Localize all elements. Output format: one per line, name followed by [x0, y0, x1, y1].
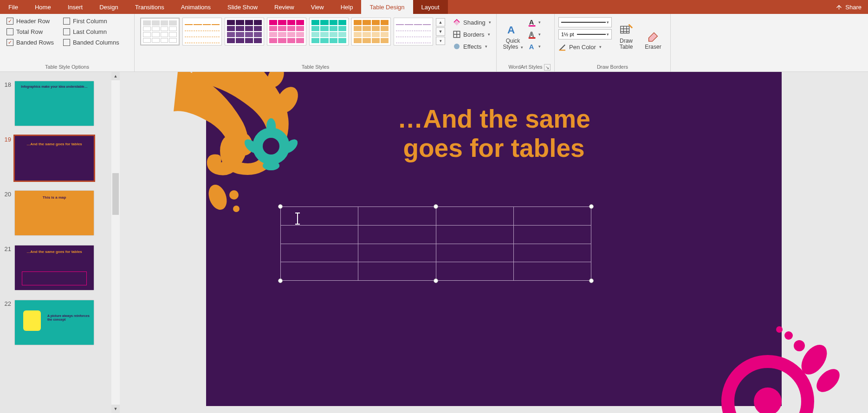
- paint-bucket-icon: [453, 18, 461, 26]
- slide-thumbnail-18[interactable]: Infographics make your idea understable…: [15, 81, 94, 126]
- menu-animations[interactable]: Animations: [173, 0, 219, 14]
- gallery-more[interactable]: ▾: [436, 37, 445, 45]
- table-style-7[interactable]: [394, 18, 433, 45]
- table-style-3[interactable]: [225, 18, 264, 45]
- menu-view[interactable]: View: [303, 0, 332, 14]
- caret-down-icon: ▾: [485, 44, 487, 49]
- draw-table-icon: [619, 23, 633, 37]
- menu-transitions[interactable]: Transitions: [127, 0, 173, 14]
- opt-banded-columns[interactable]: Banded Columns: [63, 39, 119, 46]
- checkbox-icon: [63, 28, 70, 35]
- menu-home[interactable]: Home: [26, 0, 59, 14]
- wordart-a-icon: A: [506, 23, 520, 37]
- effects-dropdown[interactable]: Effects▾: [451, 41, 493, 52]
- share-button[interactable]: Share: [829, 0, 868, 14]
- share-icon: [836, 4, 842, 11]
- slide-thumbnails-pane[interactable]: 18 Infographics make your idea understab…: [0, 72, 120, 413]
- resize-handle[interactable]: [589, 278, 594, 283]
- pen-color-icon: [558, 43, 567, 51]
- svg-point-24: [233, 206, 240, 212]
- checkbox-icon: [63, 18, 70, 25]
- table-style-2[interactable]: [182, 18, 222, 45]
- share-label: Share: [845, 4, 862, 11]
- menu-slideshow[interactable]: Slide Show: [219, 0, 266, 14]
- table-style-4[interactable]: [267, 18, 306, 45]
- svg-point-41: [776, 326, 783, 333]
- group-label-draw-borders: Draw Borders: [558, 62, 667, 71]
- resize-handle[interactable]: [278, 278, 283, 283]
- table-style-6[interactable]: [351, 18, 391, 45]
- eraser-button[interactable]: Eraser: [641, 16, 666, 52]
- svg-point-23: [229, 190, 239, 200]
- text-outline-icon: A: [527, 29, 538, 39]
- opt-banded-rows[interactable]: ✓Banded Rows: [6, 39, 54, 46]
- thumbnails-scrollbar[interactable]: ▲ ▼: [111, 72, 120, 413]
- opt-last-column[interactable]: Last Column: [63, 28, 119, 35]
- caret-down-icon: ▾: [488, 32, 490, 37]
- pen-weight-select[interactable]: 1½ pt▾: [558, 29, 612, 39]
- group-label-table-styles: Table Styles: [138, 62, 492, 71]
- menu-design[interactable]: Design: [91, 0, 126, 14]
- wordart-dialog-launcher[interactable]: ↘: [544, 64, 551, 71]
- text-effects-icon: A: [527, 41, 538, 52]
- table-style-1[interactable]: [140, 18, 180, 45]
- pen-color-dropdown[interactable]: Pen Color▾: [558, 41, 612, 52]
- svg-point-39: [794, 340, 805, 351]
- scroll-up-arrow[interactable]: ▲: [111, 72, 120, 80]
- resize-handle[interactable]: [434, 278, 438, 283]
- slide-thumbnail-20[interactable]: This is a map: [15, 191, 94, 235]
- slide-title[interactable]: …And the same goes for tables: [206, 104, 782, 163]
- group-label-wordart: WordArt Styles ↘: [500, 62, 551, 71]
- table-object[interactable]: [280, 206, 591, 281]
- opt-first-column[interactable]: First Column: [63, 18, 119, 25]
- slide-thumbnail-21[interactable]: …And the same goes for tables: [15, 245, 94, 290]
- slide-thumbnail-22[interactable]: A picture always reinforces the concept: [15, 300, 94, 345]
- scrollbar-thumb[interactable]: [112, 173, 119, 215]
- svg-point-3: [454, 44, 460, 49]
- slide-thumbnail-19[interactable]: …And the same goes for tables: [15, 136, 94, 181]
- pen-style-select[interactable]: ▾: [558, 17, 612, 27]
- gallery-scroll-up[interactable]: ▲: [436, 18, 445, 26]
- draw-table-button[interactable]: Draw Table: [614, 16, 639, 52]
- checkbox-checked-icon: ✓: [6, 18, 13, 25]
- eraser-icon: [646, 28, 660, 42]
- slide-number: 18: [3, 81, 11, 126]
- svg-point-19: [253, 84, 261, 92]
- effects-icon: [453, 42, 461, 51]
- menu-file[interactable]: File: [0, 0, 26, 14]
- svg-text:A: A: [507, 24, 515, 35]
- svg-point-40: [784, 331, 793, 340]
- menu-insert[interactable]: Insert: [59, 0, 91, 14]
- text-fill-dropdown[interactable]: A▾: [527, 17, 541, 28]
- slide-editor[interactable]: …And the same goes for tables: [120, 72, 868, 413]
- quick-styles-button[interactable]: A Quick Styles ▾: [500, 16, 525, 52]
- caret-down-icon: ▾: [489, 20, 491, 25]
- slide-canvas[interactable]: …And the same goes for tables: [206, 72, 782, 406]
- table-style-5[interactable]: [309, 18, 349, 45]
- menu-help[interactable]: Help: [332, 0, 362, 14]
- opt-header-row[interactable]: ✓Header Row: [6, 18, 54, 25]
- svg-rect-10: [559, 50, 566, 51]
- menu-layout[interactable]: Layout: [413, 0, 448, 14]
- text-outline-dropdown[interactable]: A▾: [527, 29, 541, 40]
- opt-total-row[interactable]: Total Row: [6, 28, 54, 35]
- svg-rect-11: [621, 26, 629, 33]
- text-effects-dropdown[interactable]: A▾: [527, 41, 541, 52]
- svg-point-36: [754, 387, 782, 413]
- svg-text:A: A: [529, 31, 534, 38]
- text-fill-icon: A: [527, 17, 538, 27]
- slide-number: 21: [3, 245, 11, 290]
- shading-dropdown[interactable]: Shading▾: [451, 17, 493, 28]
- resize-handle[interactable]: [434, 204, 438, 209]
- scroll-down-arrow[interactable]: ▼: [111, 405, 120, 413]
- slide-number: 19: [3, 136, 11, 181]
- resize-handle[interactable]: [278, 204, 283, 209]
- resize-handle[interactable]: [589, 204, 594, 209]
- decoration-bottom-right: [652, 304, 856, 413]
- inserted-table[interactable]: [280, 206, 591, 281]
- menu-table-design[interactable]: Table Design: [361, 0, 413, 14]
- slide-number: 20: [3, 191, 11, 235]
- borders-dropdown[interactable]: Borders▾: [451, 29, 493, 40]
- gallery-scroll-down[interactable]: ▼: [436, 27, 445, 36]
- menu-review[interactable]: Review: [266, 0, 303, 14]
